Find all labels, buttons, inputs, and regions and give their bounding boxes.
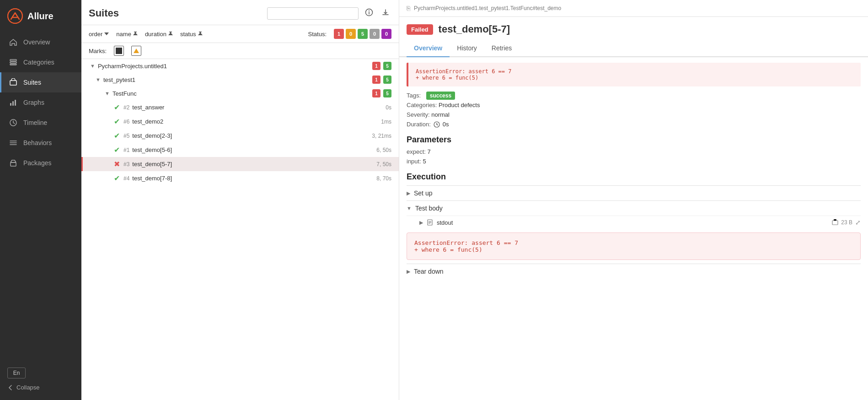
svg-rect-2 <box>10 62 16 63</box>
categories-label: Categories: <box>407 102 437 108</box>
param-expect-label: expect: <box>407 148 426 155</box>
tree-container: ▼ PycharmProjects.untitled1 1 5 ▼ test_p… <box>81 59 399 400</box>
tab-retries[interactable]: Retries <box>484 40 519 57</box>
suites-header-right <box>267 6 391 20</box>
marks-label: Marks: <box>89 48 107 54</box>
tree-pytest1-label: test_pytest1 <box>103 76 372 83</box>
test-body-row[interactable]: ▼ Test body <box>407 200 861 216</box>
test-demo78-label: test_demo[7-8] <box>132 175 376 182</box>
test-demo57-num: #3 <box>123 161 129 168</box>
severity-label: Severity: <box>407 111 430 118</box>
test-body-label: Test body <box>415 205 861 212</box>
test-demo56-num: #1 <box>123 147 129 153</box>
download-button[interactable] <box>380 6 391 20</box>
sidebar-item-behaviors[interactable]: Behaviors <box>0 133 81 153</box>
tree-node-testfunc[interactable]: ▼ TestFunc 1 5 <box>81 86 399 100</box>
detail-panel: ⎘ PycharmProjects.untitled1.test_pytest1… <box>399 0 868 400</box>
status-count-label: Status: <box>308 31 327 38</box>
suites-icon <box>9 78 18 87</box>
svg-rect-4 <box>10 81 16 85</box>
duration-row: Duration: 0s <box>407 121 861 128</box>
error-box: AssertionError: assert 6 == 7 + where 6 … <box>407 63 861 86</box>
list-item-test-demo-2-3[interactable]: ✔ #5 test_demo[2-3] 3, 21ms <box>81 129 399 143</box>
tag-value: success <box>426 92 455 100</box>
categories-row: Categories: Product defects <box>407 102 861 108</box>
duration-value: 0s <box>443 121 449 128</box>
error-code-box: AssertionError: assert 6 == 7 + where 6 … <box>407 232 861 260</box>
sidebar-item-timeline[interactable]: Timeline <box>0 113 81 133</box>
status-filter[interactable]: status <box>180 31 203 38</box>
allure-logo-icon <box>7 8 23 24</box>
sidebar: Allure Overview Categories Suites <box>0 0 81 400</box>
passed-badge[interactable]: 5 <box>358 29 368 39</box>
breadcrumb: ⎘ PycharmProjects.untitled1.test_pytest1… <box>399 0 868 17</box>
sidebar-nav: Overview Categories Suites Graphs <box>0 32 81 360</box>
tree-root-meta: 1 5 <box>372 62 391 70</box>
list-item-test-demo2[interactable]: ✔ #6 test_demo2 1ms <box>81 114 399 129</box>
language-button[interactable]: En <box>7 368 26 378</box>
tab-overview[interactable]: Overview <box>407 40 450 57</box>
sidebar-logo: Allure <box>0 0 81 32</box>
teardown-row[interactable]: ▶ Tear down <box>407 264 861 279</box>
root-failed-count: 1 <box>372 62 380 70</box>
detail-content: Tags: success Categories: Product defect… <box>399 92 868 286</box>
suites-title: Suites <box>89 7 119 19</box>
setup-row[interactable]: ▶ Set up <box>407 185 861 200</box>
sidebar-item-suites[interactable]: Suites <box>0 72 81 92</box>
duration-sort-icon <box>168 32 173 36</box>
svg-rect-5 <box>10 103 11 106</box>
suites-panel: Suites order name duration <box>81 0 399 400</box>
packages-icon <box>9 158 18 168</box>
list-item-test-demo-5-7[interactable]: ✖ #3 test_demo[5-7] 7, 50s <box>81 157 399 171</box>
testfunc-chevron-icon: ▼ <box>105 91 110 96</box>
marks-row: Marks: <box>81 43 399 59</box>
breadcrumb-text: PycharmProjects.untitled1.test_pytest1.T… <box>414 5 561 11</box>
order-filter[interactable]: order <box>89 31 109 38</box>
sidebar-item-categories[interactable]: Categories <box>0 52 81 72</box>
mark-triangle-icon[interactable] <box>131 46 141 56</box>
tree-node-pytest1[interactable]: ▼ test_pytest1 1 5 <box>81 73 399 86</box>
broken-badge[interactable]: 0 <box>346 29 356 39</box>
svg-rect-24 <box>832 221 838 225</box>
list-item-test-answer[interactable]: ✔ #2 test_answer 0s <box>81 100 399 114</box>
sidebar-item-graphs[interactable]: Graphs <box>0 92 81 113</box>
test-demo78-num: #4 <box>123 175 129 182</box>
sidebar-item-overview[interactable]: Overview <box>0 32 81 52</box>
name-sort-icon <box>133 32 138 36</box>
stdout-row[interactable]: ▶ stdout 23 B ⤢ <box>407 216 861 229</box>
list-item-test-demo-7-8[interactable]: ✔ #4 test_demo[7-8] 8, 70s <box>81 171 399 185</box>
home-icon <box>9 38 18 47</box>
test-answer-num: #2 <box>123 104 129 111</box>
test-demo57-label: test_demo[5-7] <box>132 161 376 168</box>
mark-filled-icon[interactable] <box>114 46 124 56</box>
test-demo2-status-icon: ✔ <box>114 117 120 126</box>
execution-section: ▶ Set up ▼ Test body ▶ stdout 23 B <box>407 185 861 279</box>
setup-label: Set up <box>414 189 861 197</box>
categories-icon <box>9 58 18 67</box>
pytest1-passed-count: 5 <box>383 76 391 84</box>
tab-history[interactable]: History <box>450 40 484 57</box>
detail-title: test_demo[5-7] <box>439 23 510 35</box>
test-demo23-status-icon: ✔ <box>114 131 120 140</box>
tree-root[interactable]: ▼ PycharmProjects.untitled1 1 5 <box>81 59 399 73</box>
test-demo2-num: #6 <box>123 119 129 125</box>
duration-filter[interactable]: duration <box>145 31 173 38</box>
sidebar-item-packages[interactable]: Packages <box>0 153 81 173</box>
search-input[interactable] <box>267 7 359 20</box>
name-filter[interactable]: name <box>116 31 138 38</box>
param-input-value: 5 <box>423 158 426 165</box>
list-item-test-demo-5-6[interactable]: ✔ #1 test_demo[5-6] 6, 50s <box>81 143 399 157</box>
sidebar-bottom: En Collapse <box>0 360 81 400</box>
test-demo23-duration: 3, 21ms <box>372 133 391 139</box>
collapse-button[interactable]: Collapse <box>7 382 74 393</box>
skipped-badge[interactable]: 0 <box>370 29 380 39</box>
expand-icon[interactable]: ⤢ <box>855 219 861 226</box>
suites-header: Suites <box>81 0 399 25</box>
timeline-icon <box>9 118 18 127</box>
failed-badge[interactable]: 1 <box>334 29 344 39</box>
info-button[interactable] <box>363 6 375 20</box>
unknown-badge[interactable]: 0 <box>381 29 391 39</box>
param-input-label: input: <box>407 158 421 165</box>
app-title: Allure <box>27 11 54 22</box>
test-demo57-status-icon: ✖ <box>114 160 120 168</box>
